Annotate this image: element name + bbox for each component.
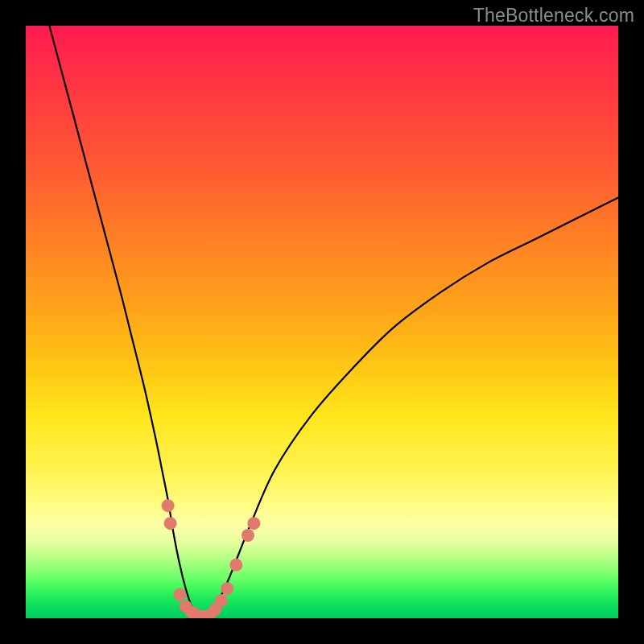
- right-curve: [204, 197, 618, 618]
- valley-marker: [215, 594, 228, 607]
- valley-marker: [229, 559, 242, 572]
- chart-frame: TheBottleneck.com: [0, 0, 644, 644]
- watermark-text: TheBottleneck.com: [473, 5, 634, 27]
- curves-svg: [26, 26, 618, 618]
- valley-marker: [164, 517, 177, 530]
- valley-markers: [162, 499, 261, 618]
- valley-marker: [242, 529, 254, 542]
- valley-marker: [221, 582, 233, 595]
- left-curve: [49, 26, 203, 618]
- plot-area: [26, 26, 618, 618]
- valley-marker: [173, 588, 186, 601]
- valley-marker: [247, 517, 260, 530]
- valley-marker: [162, 499, 175, 512]
